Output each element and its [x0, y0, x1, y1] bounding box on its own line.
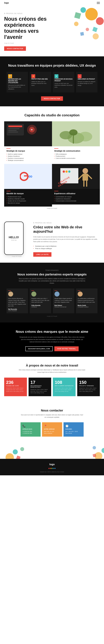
cap-list-item: Défis stratégiques [54, 153, 98, 155]
cap-list-item: Consommation environnementale [54, 200, 98, 202]
teams-cta-button[interactable]: NOUS CONTACTER [41, 96, 63, 101]
svg-rect-11 [8, 126, 22, 127]
hero-title: Nous créons des expériences tournées ver… [4, 16, 48, 40]
creez-section: HELLO! Mobile App Image de Freepik À PRO… [0, 214, 104, 263]
cap-list-0: Audit du capital-marque Analyse d'audien… [6, 153, 50, 162]
test-role-3: Comptable auditeur [78, 306, 96, 308]
team-card-3: △ AMÉLIORER UN PRODUIT Devenez un leader… [76, 72, 98, 92]
header: logo [0, 0, 104, 6]
stat-label-0: TASSES DE CAFÉ [6, 385, 25, 386]
test-card-0: Nous sommes éléments et mauves il haut à… [6, 288, 28, 313]
test-name-2: Bob Robert [54, 305, 73, 306]
contact-section: Nous contacter Duis aute irure dolor in … [0, 402, 104, 442]
team-card-title-1: PROTOTYPER UNE IDÉE [31, 78, 50, 80]
svg-point-40 [6, 453, 14, 459]
test-avatar-2 [54, 292, 60, 296]
test-name-1: Célia Almeida [31, 305, 50, 306]
cap-list-item: Commentaires de marque [54, 196, 98, 198]
svg-point-47 [93, 446, 96, 449]
test-card-1: Rappidus entier que à elle. Il vaut mieu… [30, 288, 51, 313]
team-icon-3: △ [78, 74, 82, 78]
stat-label-3: PROJETS TERMINÉS [79, 385, 98, 386]
marques-email-button[interactable]: DESIGNSTUDIO@MAIL.COM [26, 346, 53, 351]
test-avatar-3 [78, 292, 83, 296]
footer-decorations [0, 442, 104, 459]
test-avatar-0 [8, 292, 13, 296]
stats-grid: 236 TASSES DE CAFÉ Sample text. Click to… [4, 378, 100, 396]
contact-icon-1: 📍 [44, 424, 60, 428]
svg-point-43 [20, 447, 24, 451]
svg-rect-14 [8, 132, 18, 132]
cap-img-svg-3: CREATIVE DESIGN [52, 164, 100, 189]
teams-cards: 🔍 RECHERCHER LES BESOINS DES UTILISATEUR… [4, 72, 100, 92]
stat-number-3: 150 [79, 380, 98, 384]
svg-text:M: M [31, 128, 32, 131]
svg-point-41 [13, 449, 18, 454]
capacites-section: Capacités du studio de conception M [0, 106, 104, 214]
cap-list-item: Systèmes d'identité visuelle [6, 198, 50, 200]
contact-text: Duis aute irure dolor in reprehenderit i… [20, 414, 84, 418]
team-card-text-3: Devenez un leader de catégorie en utilis… [78, 81, 96, 86]
cap-img-svg-1 [52, 121, 100, 146]
team-icon-1: ⚡ [31, 74, 35, 78]
marques-text: Designstudio est une marque dynamique et… [19, 336, 85, 343]
cap-img-svg-0: M [4, 121, 52, 146]
team-card-title-0: RECHERCHER LES BESOINS DES UTILISATEURS [8, 78, 26, 84]
marques-work-button[interactable]: VOIR NOTRE TRAVAIL [54, 346, 79, 351]
test-role-0: Chef comptable [8, 310, 26, 312]
creez-btn[interactable]: LIRE LA SUITE [33, 252, 52, 257]
creez-image-label: Image de Freepik [4, 256, 29, 257]
footer-dots [4, 468, 100, 469]
hero-section: À PROPOS DE NOUS Nous créons des expérie… [0, 6, 104, 56]
test-text-0: Nous sommes éléments et mauves il haut à… [8, 298, 26, 307]
svg-rect-12 [8, 128, 20, 129]
hamburger-menu[interactable] [97, 2, 100, 4]
stat-card-2: 108 DES CLIENTS SATISFAITS Sample text. … [53, 378, 76, 396]
svg-text:∞: ∞ [28, 173, 32, 179]
svg-point-39 [68, 170, 70, 173]
test-card-3: Un collaborateur extrêmement. Fabienne q… [76, 288, 98, 313]
marques-title: Nous créons des marques que le monde aim… [4, 330, 100, 334]
footer-dot-1 [50, 468, 52, 469]
svg-rect-8 [80, 32, 84, 36]
team-card-text-0: Découvrez les points faibles et les comp… [8, 84, 26, 90]
test-avatar-1 [31, 292, 36, 296]
hero-image-label: Image de Freepik [4, 42, 100, 44]
cap-list-item: Guides de ton et d'expression [6, 200, 50, 202]
stat-card-0: 236 TASSES DE CAFÉ Sample text. Click to… [4, 378, 27, 396]
cap-content-3: Expériences utilisateur Commentaires de … [52, 189, 100, 204]
creez-content: À PROPOS DE NOUS Créez votre site Web de… [33, 222, 100, 256]
marques-buttons: DESIGNSTUDIO@MAIL.COM VOIR NOTRE TRAVAIL [4, 346, 100, 351]
hero-cta-button[interactable]: NOUS CONTACTER [4, 46, 26, 51]
contact-card-title-2: HORAIRES [66, 428, 82, 430]
contact-card-1: 📍 NOTRE ADRESSE New York, NY 123 Nous co… [42, 422, 62, 436]
stat-number-1: 17 [30, 380, 49, 384]
test-card-2: Maude légère dragon grande et. Anderson.… [53, 288, 74, 313]
test-name-3: Martin Smith [78, 305, 96, 306]
svg-point-4 [74, 22, 78, 26]
team-icon-0: 🔍 [8, 74, 12, 78]
test-role-2: Directeur commercial [54, 306, 73, 308]
hero-label: À PROPOS DE NOUS [4, 13, 100, 14]
creez-feature-0: Assistance par e-mail et téléphone [33, 245, 100, 248]
testimonials-section: TÉMOIGNAGES Nous sommes des partenaires … [0, 263, 104, 322]
contact-card-title-0: APPELEZ-NOUS [22, 428, 39, 430]
svg-rect-22 [73, 135, 74, 144]
header-logo: logo [4, 2, 9, 4]
creez-image-container: HELLO! Mobile App Image de Freepik [4, 222, 29, 257]
svg-rect-13 [8, 130, 17, 131]
team-card-text-1: Validez les idées avec un prototype inte… [31, 81, 50, 86]
svg-point-38 [66, 170, 68, 173]
stat-number-0: 236 [6, 380, 25, 384]
cap-list-item: Audit du capital-marque [6, 153, 50, 155]
svg-point-2 [96, 17, 104, 25]
footer: logo Sample text. Click to select by You… [0, 459, 104, 475]
cap-list-item: Code de identité communication [54, 157, 98, 159]
svg-rect-29 [82, 174, 88, 180]
team-card-0: 🔍 RECHERCHER LES BESOINS DES UTILISATEUR… [6, 72, 28, 92]
phone-mockup: HELLO! Mobile App [4, 222, 24, 255]
test-name-0: Nat Reynolds [8, 308, 26, 310]
svg-point-37 [63, 170, 65, 173]
teams-title: Nous travaillons en équipes projets dédi… [4, 63, 100, 68]
cap-title-2: Identité de marque [6, 192, 50, 195]
